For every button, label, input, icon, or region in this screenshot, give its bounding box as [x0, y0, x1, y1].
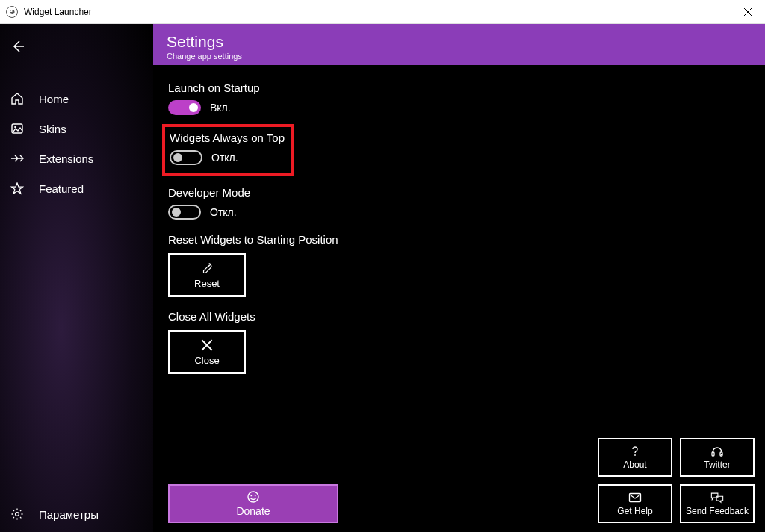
home-icon: [10, 92, 24, 105]
app-icon: ◕: [6, 6, 18, 18]
toggle-state: Вкл.: [210, 102, 231, 114]
svg-point-4: [250, 495, 252, 497]
setting-label: Developer Mode: [168, 186, 750, 199]
toggle-state: Откл.: [210, 206, 237, 218]
close-all-button[interactable]: Close: [168, 330, 246, 374]
svg-point-3: [248, 492, 258, 502]
donate-button[interactable]: Donate: [168, 484, 338, 523]
button-label: Get Help: [617, 506, 652, 516]
sidebar-item-label: Home: [39, 93, 69, 105]
svg-rect-7: [712, 452, 714, 456]
button-label: About: [623, 460, 646, 470]
button-label: Close: [194, 355, 219, 366]
toggle-state: Откл.: [211, 152, 238, 164]
sidebar-settings-button[interactable]: Параметры: [0, 496, 153, 532]
sidebar-item-label: Extensions: [39, 152, 93, 165]
gear-icon: [10, 507, 24, 521]
toggle-launch-on-startup[interactable]: [168, 100, 201, 115]
back-button[interactable]: [3, 33, 33, 60]
sidebar-item-label: Featured: [39, 182, 84, 195]
page-header: Settings Change app settings: [153, 24, 765, 65]
setting-launch-on-startup: Launch on Startup Вкл.: [168, 81, 750, 115]
svg-point-1: [14, 126, 16, 129]
svg-rect-10: [630, 493, 641, 501]
sidebar-settings-label: Параметры: [39, 508, 99, 521]
setting-developer-mode: Developer Mode Откл.: [168, 186, 750, 220]
setting-widgets-always-on-top: Widgets Always on Top Откл.: [170, 132, 285, 165]
footer-actions: Donate About Twitter: [168, 438, 755, 523]
picture-icon: [10, 122, 24, 135]
wrench-icon: [200, 262, 214, 275]
main-panel: Settings Change app settings Launch on S…: [153, 24, 765, 532]
star-icon: [10, 182, 24, 195]
svg-point-2: [16, 513, 19, 516]
setting-label: Widgets Always on Top: [170, 132, 285, 144]
button-label: Donate: [236, 505, 270, 517]
svg-point-6: [634, 454, 636, 456]
page-title: Settings: [167, 33, 752, 50]
mail-icon: [628, 492, 642, 504]
sidebar-item-home[interactable]: Home: [0, 84, 153, 114]
toggle-developer-mode[interactable]: [168, 205, 201, 220]
button-label: Send Feedback: [686, 506, 749, 516]
smile-icon: [247, 490, 260, 504]
about-button[interactable]: About: [598, 438, 672, 477]
sidebar-item-extensions[interactable]: Extensions: [0, 143, 153, 173]
svg-point-9: [721, 453, 723, 455]
svg-point-5: [255, 495, 256, 497]
feedback-icon: [710, 492, 724, 504]
headset-icon: [710, 445, 724, 457]
sidebar-item-label: Skins: [39, 123, 66, 135]
get-help-button[interactable]: Get Help: [598, 484, 672, 523]
sidebar-item-featured[interactable]: Featured: [0, 173, 153, 203]
titlebar: ◕ Widget Launcher: [0, 0, 765, 24]
close-icon: [743, 7, 752, 16]
sidebar: Home Skins Extensions Featured: [0, 24, 153, 532]
question-icon: [628, 445, 642, 457]
button-label: Twitter: [704, 460, 730, 470]
reset-button[interactable]: Reset: [168, 253, 246, 297]
setting-label: Launch on Startup: [168, 81, 750, 94]
sidebar-item-skins[interactable]: Skins: [0, 114, 153, 143]
window-title: Widget Launcher: [24, 7, 731, 17]
page-subtitle: Change app settings: [167, 52, 752, 61]
toggle-widgets-always-on-top[interactable]: [170, 150, 202, 165]
extensions-icon: [10, 152, 24, 165]
close-icon: [200, 338, 214, 352]
setting-label: Close All Widgets: [168, 310, 750, 323]
twitter-button[interactable]: Twitter: [680, 438, 755, 477]
send-feedback-button[interactable]: Send Feedback: [680, 484, 755, 523]
button-label: Reset: [194, 278, 220, 289]
highlight-annotation: Widgets Always on Top Откл.: [162, 124, 294, 176]
window-close-button[interactable]: [731, 0, 765, 24]
back-arrow-icon: [10, 39, 25, 54]
setting-label: Reset Widgets to Starting Position: [168, 233, 750, 246]
